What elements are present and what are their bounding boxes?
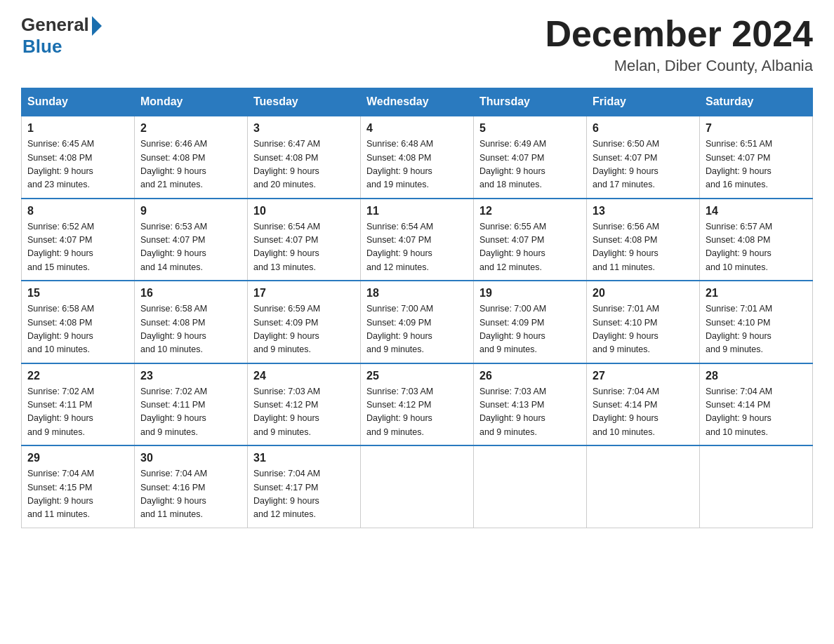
day-number: 3 [253, 122, 355, 135]
day-info: Sunrise: 7:03 AMSunset: 4:12 PMDaylight:… [253, 387, 320, 437]
day-number: 4 [366, 122, 468, 135]
col-saturday: Saturday [700, 88, 813, 116]
table-row [361, 445, 474, 528]
table-row: 7 Sunrise: 6:51 AMSunset: 4:07 PMDayligh… [700, 116, 813, 199]
day-number: 2 [140, 122, 241, 135]
table-row: 29 Sunrise: 7:04 AMSunset: 4:15 PMDaylig… [22, 445, 135, 528]
day-number: 9 [140, 205, 241, 217]
col-sunday: Sunday [22, 88, 135, 116]
day-info: Sunrise: 6:50 AMSunset: 4:07 PMDaylight:… [593, 139, 659, 189]
col-friday: Friday [587, 88, 700, 116]
day-number: 25 [366, 370, 468, 382]
table-row: 16 Sunrise: 6:58 AMSunset: 4:08 PMDaylig… [135, 281, 248, 363]
day-number: 19 [479, 287, 581, 300]
table-row [587, 445, 700, 528]
day-info: Sunrise: 7:01 AMSunset: 4:10 PMDaylight:… [593, 304, 659, 354]
day-info: Sunrise: 7:01 AMSunset: 4:10 PMDaylight:… [706, 304, 772, 354]
table-row: 15 Sunrise: 6:58 AMSunset: 4:08 PMDaylig… [22, 281, 135, 363]
day-number: 10 [253, 205, 355, 217]
table-row: 5 Sunrise: 6:49 AMSunset: 4:07 PMDayligh… [474, 116, 587, 199]
day-number: 8 [27, 205, 128, 217]
day-info: Sunrise: 6:48 AMSunset: 4:08 PMDaylight:… [366, 139, 433, 189]
table-row: 18 Sunrise: 7:00 AMSunset: 4:09 PMDaylig… [361, 281, 474, 363]
day-number: 15 [27, 287, 128, 300]
day-number: 27 [593, 370, 694, 382]
day-info: Sunrise: 6:54 AMSunset: 4:07 PMDaylight:… [253, 222, 320, 272]
day-info: Sunrise: 6:49 AMSunset: 4:07 PMDaylight:… [479, 139, 546, 189]
day-info: Sunrise: 7:03 AMSunset: 4:12 PMDaylight:… [366, 387, 433, 437]
day-info: Sunrise: 6:58 AMSunset: 4:08 PMDaylight:… [27, 304, 94, 354]
table-row: 31 Sunrise: 7:04 AMSunset: 4:17 PMDaylig… [248, 445, 361, 528]
day-info: Sunrise: 6:54 AMSunset: 4:07 PMDaylight:… [366, 222, 433, 272]
day-info: Sunrise: 6:59 AMSunset: 4:09 PMDaylight:… [253, 304, 320, 354]
table-row: 24 Sunrise: 7:03 AMSunset: 4:12 PMDaylig… [248, 363, 361, 446]
day-number: 22 [27, 370, 128, 382]
day-info: Sunrise: 7:04 AMSunset: 4:16 PMDaylight:… [140, 469, 207, 519]
day-number: 31 [253, 452, 355, 464]
day-info: Sunrise: 7:04 AMSunset: 4:17 PMDaylight:… [253, 469, 320, 519]
day-number: 12 [479, 205, 581, 217]
day-number: 30 [140, 452, 241, 464]
table-row: 30 Sunrise: 7:04 AMSunset: 4:16 PMDaylig… [135, 445, 248, 528]
table-row: 12 Sunrise: 6:55 AMSunset: 4:07 PMDaylig… [474, 199, 587, 281]
week-row-4: 22 Sunrise: 7:02 AMSunset: 4:11 PMDaylig… [22, 363, 813, 446]
day-info: Sunrise: 6:45 AMSunset: 4:08 PMDaylight:… [27, 139, 94, 189]
day-number: 28 [706, 370, 807, 382]
week-row-3: 15 Sunrise: 6:58 AMSunset: 4:08 PMDaylig… [22, 281, 813, 363]
table-row: 20 Sunrise: 7:01 AMSunset: 4:10 PMDaylig… [587, 281, 700, 363]
table-row: 17 Sunrise: 6:59 AMSunset: 4:09 PMDaylig… [248, 281, 361, 363]
day-info: Sunrise: 6:55 AMSunset: 4:07 PMDaylight:… [479, 222, 546, 272]
table-row: 3 Sunrise: 6:47 AMSunset: 4:08 PMDayligh… [248, 116, 361, 199]
table-row: 19 Sunrise: 7:00 AMSunset: 4:09 PMDaylig… [474, 281, 587, 363]
table-row: 4 Sunrise: 6:48 AMSunset: 4:08 PMDayligh… [361, 116, 474, 199]
calendar-header-row: Sunday Monday Tuesday Wednesday Thursday… [22, 88, 813, 116]
day-number: 29 [27, 452, 128, 464]
day-info: Sunrise: 7:04 AMSunset: 4:15 PMDaylight:… [27, 469, 94, 519]
day-number: 21 [706, 287, 807, 300]
table-row: 22 Sunrise: 7:02 AMSunset: 4:11 PMDaylig… [22, 363, 135, 446]
day-info: Sunrise: 7:02 AMSunset: 4:11 PMDaylight:… [140, 387, 207, 437]
logo-blue-text: Blue [22, 36, 62, 58]
title-block: December 2024 Melan, Diber County, Alban… [545, 14, 813, 75]
day-info: Sunrise: 7:04 AMSunset: 4:14 PMDaylight:… [706, 387, 772, 437]
table-row: 25 Sunrise: 7:03 AMSunset: 4:12 PMDaylig… [361, 363, 474, 446]
col-thursday: Thursday [474, 88, 587, 116]
table-row: 27 Sunrise: 7:04 AMSunset: 4:14 PMDaylig… [587, 363, 700, 446]
table-row: 2 Sunrise: 6:46 AMSunset: 4:08 PMDayligh… [135, 116, 248, 199]
day-info: Sunrise: 6:52 AMSunset: 4:07 PMDaylight:… [27, 222, 94, 272]
table-row: 9 Sunrise: 6:53 AMSunset: 4:07 PMDayligh… [135, 199, 248, 281]
logo: General Blue [21, 14, 102, 58]
day-number: 14 [706, 205, 807, 217]
day-info: Sunrise: 6:47 AMSunset: 4:08 PMDaylight:… [253, 139, 320, 189]
day-number: 20 [593, 287, 694, 300]
day-info: Sunrise: 7:04 AMSunset: 4:14 PMDaylight:… [593, 387, 659, 437]
day-info: Sunrise: 7:02 AMSunset: 4:11 PMDaylight:… [27, 387, 94, 437]
day-number: 11 [366, 205, 468, 217]
day-info: Sunrise: 6:46 AMSunset: 4:08 PMDaylight:… [140, 139, 207, 189]
day-info: Sunrise: 6:51 AMSunset: 4:07 PMDaylight:… [706, 139, 772, 189]
day-number: 17 [253, 287, 355, 300]
day-number: 24 [253, 370, 355, 382]
table-row: 28 Sunrise: 7:04 AMSunset: 4:14 PMDaylig… [700, 363, 813, 446]
day-number: 18 [366, 287, 468, 300]
table-row: 11 Sunrise: 6:54 AMSunset: 4:07 PMDaylig… [361, 199, 474, 281]
calendar-subtitle: Melan, Diber County, Albania [545, 57, 813, 75]
day-number: 13 [593, 205, 694, 217]
table-row: 26 Sunrise: 7:03 AMSunset: 4:13 PMDaylig… [474, 363, 587, 446]
table-row: 8 Sunrise: 6:52 AMSunset: 4:07 PMDayligh… [22, 199, 135, 281]
col-monday: Monday [135, 88, 248, 116]
day-number: 5 [479, 122, 581, 135]
day-info: Sunrise: 7:00 AMSunset: 4:09 PMDaylight:… [366, 304, 433, 354]
calendar-title: December 2024 [545, 14, 813, 54]
col-wednesday: Wednesday [361, 88, 474, 116]
table-row: 1 Sunrise: 6:45 AMSunset: 4:08 PMDayligh… [22, 116, 135, 199]
day-number: 6 [593, 122, 694, 135]
table-row: 6 Sunrise: 6:50 AMSunset: 4:07 PMDayligh… [587, 116, 700, 199]
day-number: 16 [140, 287, 241, 300]
calendar-table: Sunday Monday Tuesday Wednesday Thursday… [21, 88, 813, 528]
table-row: 14 Sunrise: 6:57 AMSunset: 4:08 PMDaylig… [700, 199, 813, 281]
logo-general-text: General [21, 14, 89, 36]
logo-arrow-icon [92, 16, 102, 36]
table-row [700, 445, 813, 528]
day-number: 1 [27, 122, 128, 135]
